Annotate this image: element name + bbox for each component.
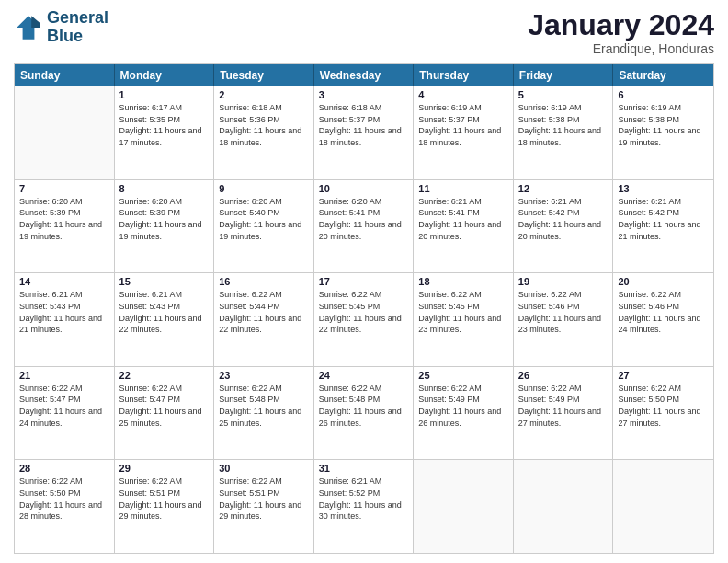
day-info: Sunrise: 6:17 AMSunset: 5:35 PMDaylight:… [119, 102, 210, 148]
day-info: Sunrise: 6:22 AMSunset: 5:49 PMDaylight:… [418, 383, 508, 429]
day-number: 31 [319, 463, 409, 474]
day-info: Sunrise: 6:20 AMSunset: 5:39 PMDaylight:… [119, 196, 210, 242]
logo-line1: General [47, 8, 108, 27]
day-number: 11 [418, 183, 508, 194]
calendar-cell: 24Sunrise: 6:22 AMSunset: 5:48 PMDayligh… [314, 367, 415, 460]
day-info: Sunrise: 6:21 AMSunset: 5:42 PMDaylight:… [618, 196, 709, 242]
calendar-week-row: 1Sunrise: 6:17 AMSunset: 5:35 PMDaylight… [15, 86, 713, 180]
calendar-cell: 16Sunrise: 6:22 AMSunset: 5:44 PMDayligh… [214, 273, 314, 366]
day-info: Sunrise: 6:22 AMSunset: 5:47 PMDaylight:… [119, 383, 210, 429]
header: General Blue January 2024 Erandique, Hon… [14, 9, 714, 56]
day-number: 26 [518, 370, 609, 381]
day-info: Sunrise: 6:22 AMSunset: 5:50 PMDaylight:… [618, 383, 709, 429]
day-number: 13 [618, 183, 709, 194]
calendar-day-header: Friday [514, 64, 614, 86]
day-info: Sunrise: 6:21 AMSunset: 5:42 PMDaylight:… [518, 196, 609, 242]
calendar-cell: 9Sunrise: 6:20 AMSunset: 5:40 PMDaylight… [214, 180, 314, 273]
day-number: 24 [319, 370, 409, 381]
calendar-cell: 7Sunrise: 6:20 AMSunset: 5:39 PMDaylight… [15, 180, 115, 273]
calendar-week-row: 7Sunrise: 6:20 AMSunset: 5:39 PMDaylight… [15, 180, 713, 274]
day-info: Sunrise: 6:22 AMSunset: 5:48 PMDaylight:… [319, 383, 409, 429]
day-number: 23 [219, 370, 309, 381]
calendar-day-header: Monday [115, 64, 215, 86]
calendar-cell: 23Sunrise: 6:22 AMSunset: 5:48 PMDayligh… [214, 367, 314, 460]
main-title: January 2024 [528, 9, 714, 41]
day-info: Sunrise: 6:20 AMSunset: 5:40 PMDaylight:… [219, 196, 309, 242]
calendar-cell [613, 460, 713, 553]
day-info: Sunrise: 6:22 AMSunset: 5:45 PMDaylight:… [319, 289, 409, 335]
calendar-cell: 17Sunrise: 6:22 AMSunset: 5:45 PMDayligh… [314, 273, 415, 366]
day-info: Sunrise: 6:21 AMSunset: 5:41 PMDaylight:… [418, 196, 508, 242]
day-number: 2 [219, 89, 309, 100]
day-info: Sunrise: 6:18 AMSunset: 5:37 PMDaylight:… [319, 102, 409, 148]
calendar-cell: 11Sunrise: 6:21 AMSunset: 5:41 PMDayligh… [414, 180, 514, 273]
day-info: Sunrise: 6:22 AMSunset: 5:47 PMDaylight:… [19, 383, 109, 429]
calendar-cell: 31Sunrise: 6:21 AMSunset: 5:52 PMDayligh… [314, 460, 415, 553]
calendar-cell: 10Sunrise: 6:20 AMSunset: 5:41 PMDayligh… [314, 180, 415, 273]
logo-text: General Blue [47, 9, 108, 46]
day-number: 28 [19, 463, 109, 474]
calendar-cell [15, 86, 115, 179]
day-number: 27 [618, 370, 709, 381]
day-info: Sunrise: 6:22 AMSunset: 5:48 PMDaylight:… [219, 383, 309, 429]
day-number: 22 [119, 370, 210, 381]
day-info: Sunrise: 6:19 AMSunset: 5:37 PMDaylight:… [418, 102, 508, 148]
day-number: 6 [618, 89, 709, 100]
calendar-cell: 27Sunrise: 6:22 AMSunset: 5:50 PMDayligh… [613, 367, 713, 460]
calendar-cell: 4Sunrise: 6:19 AMSunset: 5:37 PMDaylight… [414, 86, 514, 179]
day-info: Sunrise: 6:18 AMSunset: 5:36 PMDaylight:… [219, 102, 309, 148]
calendar-day-header: Sunday [15, 64, 115, 86]
svg-marker-1 [31, 16, 40, 28]
day-number: 9 [219, 183, 309, 194]
day-number: 18 [418, 276, 508, 287]
day-info: Sunrise: 6:19 AMSunset: 5:38 PMDaylight:… [518, 102, 609, 148]
day-number: 21 [19, 370, 109, 381]
day-info: Sunrise: 6:22 AMSunset: 5:50 PMDaylight:… [19, 476, 109, 522]
calendar-cell: 12Sunrise: 6:21 AMSunset: 5:42 PMDayligh… [514, 180, 614, 273]
day-info: Sunrise: 6:19 AMSunset: 5:38 PMDaylight:… [618, 102, 709, 148]
calendar-cell: 19Sunrise: 6:22 AMSunset: 5:46 PMDayligh… [514, 273, 614, 366]
day-info: Sunrise: 6:22 AMSunset: 5:49 PMDaylight:… [518, 383, 609, 429]
day-info: Sunrise: 6:22 AMSunset: 5:46 PMDaylight:… [618, 289, 709, 335]
calendar-cell: 5Sunrise: 6:19 AMSunset: 5:38 PMDaylight… [514, 86, 614, 179]
calendar-day-header: Saturday [613, 64, 713, 86]
calendar-cell: 13Sunrise: 6:21 AMSunset: 5:42 PMDayligh… [613, 180, 713, 273]
day-number: 15 [119, 276, 210, 287]
calendar: SundayMondayTuesdayWednesdayThursdayFrid… [14, 63, 714, 554]
day-info: Sunrise: 6:21 AMSunset: 5:43 PMDaylight:… [19, 289, 109, 335]
calendar-body: 1Sunrise: 6:17 AMSunset: 5:35 PMDaylight… [15, 86, 713, 553]
title-block: January 2024 Erandique, Honduras [528, 9, 714, 56]
logo-line2: Blue [47, 27, 83, 45]
calendar-cell: 3Sunrise: 6:18 AMSunset: 5:37 PMDaylight… [314, 86, 415, 179]
day-number: 14 [19, 276, 109, 287]
day-number: 20 [618, 276, 709, 287]
logo: General Blue [14, 9, 108, 46]
logo-icon [14, 13, 43, 42]
day-number: 4 [418, 89, 508, 100]
day-info: Sunrise: 6:21 AMSunset: 5:43 PMDaylight:… [119, 289, 210, 335]
calendar-header: SundayMondayTuesdayWednesdayThursdayFrid… [15, 64, 713, 86]
calendar-week-row: 21Sunrise: 6:22 AMSunset: 5:47 PMDayligh… [15, 367, 713, 461]
calendar-cell: 30Sunrise: 6:22 AMSunset: 5:51 PMDayligh… [214, 460, 314, 553]
day-number: 12 [518, 183, 609, 194]
day-info: Sunrise: 6:22 AMSunset: 5:51 PMDaylight:… [219, 476, 309, 522]
page: General Blue January 2024 Erandique, Hon… [0, 0, 728, 563]
day-info: Sunrise: 6:21 AMSunset: 5:52 PMDaylight:… [319, 476, 409, 522]
calendar-cell: 28Sunrise: 6:22 AMSunset: 5:50 PMDayligh… [15, 460, 115, 553]
day-number: 5 [518, 89, 609, 100]
calendar-cell [514, 460, 614, 553]
day-info: Sunrise: 6:22 AMSunset: 5:44 PMDaylight:… [219, 289, 309, 335]
calendar-cell: 29Sunrise: 6:22 AMSunset: 5:51 PMDayligh… [115, 460, 215, 553]
day-number: 29 [119, 463, 210, 474]
calendar-week-row: 14Sunrise: 6:21 AMSunset: 5:43 PMDayligh… [15, 273, 713, 367]
calendar-cell: 26Sunrise: 6:22 AMSunset: 5:49 PMDayligh… [514, 367, 614, 460]
calendar-cell [414, 460, 514, 553]
day-info: Sunrise: 6:22 AMSunset: 5:45 PMDaylight:… [418, 289, 508, 335]
day-number: 19 [518, 276, 609, 287]
day-info: Sunrise: 6:22 AMSunset: 5:51 PMDaylight:… [119, 476, 210, 522]
day-number: 30 [219, 463, 309, 474]
calendar-cell: 15Sunrise: 6:21 AMSunset: 5:43 PMDayligh… [115, 273, 215, 366]
day-number: 1 [119, 89, 210, 100]
day-info: Sunrise: 6:22 AMSunset: 5:46 PMDaylight:… [518, 289, 609, 335]
day-number: 3 [319, 89, 409, 100]
